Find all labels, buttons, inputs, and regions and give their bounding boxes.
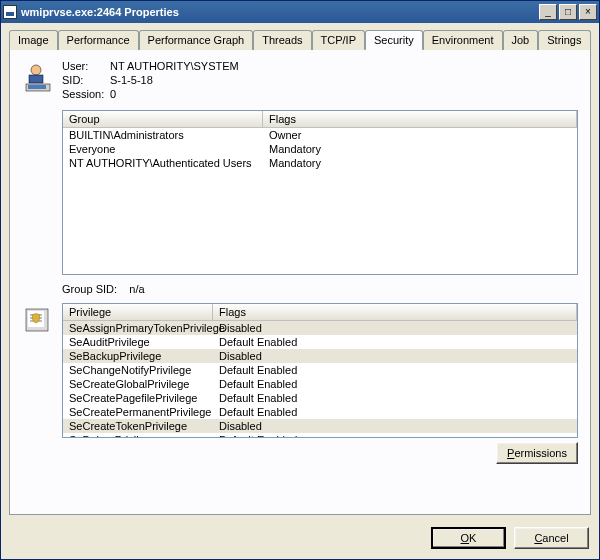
tab-environment[interactable]: Environment [423, 30, 503, 50]
session-label: Session: [62, 88, 110, 100]
table-row[interactable]: SeChangeNotifyPrivilegeDefault Enabled [63, 363, 577, 377]
tab-performance[interactable]: Performance [58, 30, 139, 50]
table-row[interactable]: BUILTIN\AdministratorsOwner [63, 128, 577, 142]
table-row[interactable]: SeDebugPrivilegeDefault Enabled [63, 433, 577, 438]
table-row[interactable]: SeCreateGlobalPrivilegeDefault Enabled [63, 377, 577, 391]
groups-list[interactable]: Group Flags BUILTIN\AdministratorsOwnerE… [62, 110, 578, 275]
table-row[interactable]: SeCreatePermanentPrivilegeDefault Enable… [63, 405, 577, 419]
properties-window: wmiprvse.exe:2464 Properties _ □ × Image… [0, 0, 600, 560]
ok-button[interactable]: OK [431, 527, 506, 549]
svg-rect-3 [28, 85, 46, 89]
tab-job[interactable]: Job [503, 30, 539, 50]
svg-point-0 [31, 65, 41, 75]
titlebar[interactable]: wmiprvse.exe:2464 Properties _ □ × [1, 1, 599, 23]
privileges-icon [22, 303, 54, 335]
table-row[interactable]: SeBackupPrivilegeDisabled [63, 349, 577, 363]
table-row[interactable]: NT AUTHORITY\Authenticated UsersMandator… [63, 156, 577, 170]
user-icon [22, 62, 54, 94]
tab-strings[interactable]: Strings [538, 30, 590, 50]
sid-value: S-1-5-18 [110, 74, 239, 86]
priv-col-flags[interactable]: Flags [213, 304, 577, 320]
groups-col-flags[interactable]: Flags [263, 111, 577, 127]
table-row[interactable]: SeCreatePagefilePrivilegeDefault Enabled [63, 391, 577, 405]
tab-security[interactable]: Security [365, 30, 423, 50]
tab-performance-graph[interactable]: Performance Graph [139, 30, 254, 50]
user-label: User: [62, 60, 110, 72]
tab-threads[interactable]: Threads [253, 30, 311, 50]
table-row[interactable]: SeAssignPrimaryTokenPrivilegeDisabled [63, 321, 577, 335]
sid-label: SID: [62, 74, 110, 86]
table-row[interactable]: SeAuditPrivilegeDefault Enabled [63, 335, 577, 349]
tab-strip: ImagePerformancePerformance GraphThreads… [9, 29, 591, 50]
group-sid-label: Group SID: [62, 283, 117, 295]
window-title: wmiprvse.exe:2464 Properties [21, 6, 539, 18]
priv-col-privilege[interactable]: Privilege [63, 304, 213, 320]
tab-tcp-ip[interactable]: TCP/IP [312, 30, 365, 50]
minimize-button[interactable]: _ [539, 4, 557, 20]
groups-col-group[interactable]: Group [63, 111, 263, 127]
cancel-button[interactable]: Cancel [514, 527, 589, 549]
table-row[interactable]: EveryoneMandatory [63, 142, 577, 156]
permissions-button[interactable]: Permissions [496, 442, 578, 464]
tab-page-security: User: NT AUTHORITY\SYSTEM SID: S-1-5-18 … [9, 50, 591, 515]
user-value: NT AUTHORITY\SYSTEM [110, 60, 239, 72]
group-sid-value: n/a [129, 283, 144, 295]
app-icon [3, 5, 17, 19]
privileges-list[interactable]: Privilege Flags SeAssignPrimaryTokenPriv… [62, 303, 578, 438]
maximize-button[interactable]: □ [559, 4, 577, 20]
close-button[interactable]: × [579, 4, 597, 20]
session-value: 0 [110, 88, 239, 100]
svg-rect-1 [29, 75, 43, 83]
table-row[interactable]: SeCreateTokenPrivilegeDisabled [63, 419, 577, 433]
tab-image[interactable]: Image [9, 30, 58, 50]
